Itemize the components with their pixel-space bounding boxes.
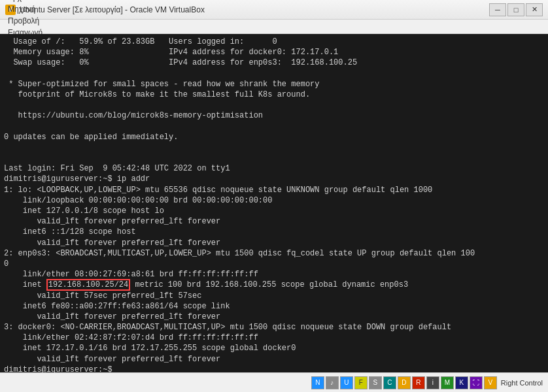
terminal-container[interactable]: Usage of /: 59.9% of 23.83GB Users logge…: [0, 34, 548, 372]
right-control-label: Right Control: [501, 379, 543, 387]
scale-icon[interactable]: ⛶: [470, 376, 483, 389]
info-icon[interactable]: i: [426, 376, 439, 389]
mouse-icon[interactable]: M: [441, 376, 454, 389]
vbox-icon[interactable]: V: [484, 376, 497, 389]
titlebar: V Ubuntu Server [Σε λειτουργία] - Oracle…: [0, 0, 548, 20]
menu-item-μηχανή[interactable]: Μηχανή: [3, 3, 48, 15]
statusbar: N♪UFSCDRiMK⛶V Right Control: [0, 372, 548, 392]
maximize-button[interactable]: □: [507, 3, 524, 16]
menubar: ΑρχείοΜηχανήΠροβολήΕισαγωγήΣυσκευέςΒοήθε…: [0, 20, 548, 34]
terminal-output: Usage of /: 59.9% of 23.83GB Users logge…: [4, 37, 544, 372]
display-icon[interactable]: D: [398, 376, 411, 389]
statusbar-icons: N♪UFSCDRiMK⛶V: [311, 376, 497, 389]
usb-icon[interactable]: U: [340, 376, 353, 389]
window-title: Ubuntu Server [Σε λειτουργία] - Oracle V…: [20, 5, 489, 14]
record-icon[interactable]: R: [412, 376, 425, 389]
close-button[interactable]: ✕: [526, 3, 543, 16]
audio-icon[interactable]: ♪: [326, 376, 339, 389]
window-controls: ─ □ ✕: [489, 3, 543, 16]
highlighted-ip: 192.168.100.25/24: [46, 279, 130, 291]
minimize-button[interactable]: ─: [489, 3, 506, 16]
shared-folder-icon[interactable]: F: [354, 376, 368, 389]
menu-item-προβολή[interactable]: Προβολή: [3, 15, 48, 27]
snapshot-icon[interactable]: C: [383, 376, 396, 389]
settings-icon[interactable]: S: [369, 376, 382, 389]
network-icon[interactable]: N: [311, 376, 324, 389]
keyboard-icon[interactable]: K: [455, 376, 468, 389]
